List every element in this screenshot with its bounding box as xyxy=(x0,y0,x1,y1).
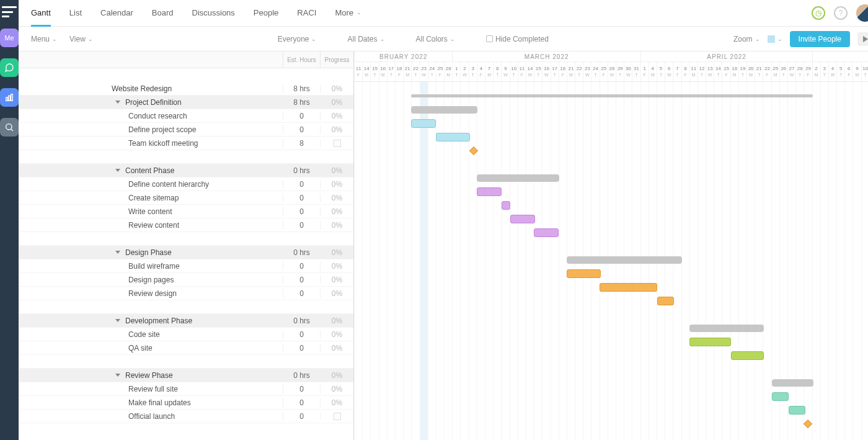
task-row[interactable]: Website Redesign8 hrs0% xyxy=(19,82,353,96)
tab-more[interactable]: More⌄ xyxy=(335,8,361,19)
me-button[interactable]: Me xyxy=(0,29,19,47)
task-row[interactable]: Official launch0 xyxy=(19,410,353,423)
search-icon[interactable] xyxy=(0,118,19,137)
tab-raci[interactable]: RACI xyxy=(297,8,316,19)
gantt-bar[interactable] xyxy=(567,269,601,278)
gantt-bar[interactable] xyxy=(567,256,682,264)
task-row[interactable]: Code site00% xyxy=(19,328,353,341)
gantt-bar[interactable] xyxy=(411,119,436,128)
task-progress: 0% xyxy=(320,262,353,271)
task-row[interactable]: Make final updates00% xyxy=(19,396,353,410)
task-row[interactable]: Define project scope00% xyxy=(19,123,353,137)
date-header: 21M xyxy=(567,62,575,81)
task-row[interactable]: Conduct research00% xyxy=(19,109,353,123)
caret-down-icon[interactable] xyxy=(115,169,120,172)
task-row[interactable]: Content Phase0 hrs0% xyxy=(19,164,353,177)
date-header: 18F xyxy=(559,62,567,81)
gantt-bar[interactable] xyxy=(502,201,510,210)
app-logo[interactable] xyxy=(2,6,17,17)
hide-completed-checkbox[interactable]: Hide Completed xyxy=(486,35,549,43)
task-progress: 0% xyxy=(320,371,353,380)
task-est: 0 xyxy=(283,194,320,202)
task-est: 0 xyxy=(283,112,320,120)
everyone-filter[interactable]: Everyone⌄ xyxy=(278,35,317,43)
task-progress xyxy=(320,413,353,420)
task-name-label: Make final updates xyxy=(128,398,191,407)
gantt-bar[interactable] xyxy=(689,338,731,346)
milestone-diamond[interactable] xyxy=(469,146,478,155)
task-row[interactable]: Design Phase0 hrs0% xyxy=(19,246,353,259)
dashboard-icon[interactable] xyxy=(0,88,19,107)
date-header: 22T xyxy=(575,62,583,81)
task-row[interactable]: Define content hierarchy00% xyxy=(19,177,353,191)
task-est: 0 xyxy=(283,180,320,189)
date-header: 11F xyxy=(354,62,362,81)
gantt-bar[interactable] xyxy=(731,351,764,360)
task-row[interactable]: QA site00% xyxy=(19,341,353,355)
colors-filter[interactable]: All Colors⌄ xyxy=(416,35,455,43)
tab-discussions[interactable]: Discussions xyxy=(192,8,235,19)
top-nav: Gantt List Calendar Board Discussions Pe… xyxy=(19,0,868,27)
milestone-diamond[interactable] xyxy=(804,420,812,428)
date-header: 7M xyxy=(485,62,493,81)
task-row[interactable]: Development Phase0 hrs0% xyxy=(19,314,353,328)
menu-dropdown[interactable]: Menu⌄ xyxy=(31,35,57,43)
gantt-bar[interactable] xyxy=(689,325,764,332)
task-row[interactable]: Review full site00% xyxy=(19,382,353,396)
clock-icon[interactable]: ◷ xyxy=(812,6,825,20)
tab-list[interactable]: List xyxy=(69,8,82,19)
task-est: 0 xyxy=(283,276,320,284)
task-progress: 0% xyxy=(320,330,353,339)
task-row[interactable]: Team kickoff meeting8 xyxy=(19,137,353,150)
invite-button[interactable]: Invite People xyxy=(790,31,850,47)
task-row[interactable]: Review content00% xyxy=(19,218,353,232)
dates-filter[interactable]: All Dates⌄ xyxy=(347,35,384,43)
date-header: 15T xyxy=(534,62,542,81)
gantt-bar[interactable] xyxy=(789,406,805,415)
tab-gantt[interactable]: Gantt xyxy=(31,8,51,19)
gantt-bar[interactable] xyxy=(772,392,789,401)
date-header: 16W xyxy=(379,62,387,81)
date-header: 30W xyxy=(624,62,632,81)
chat-icon[interactable] xyxy=(0,58,19,77)
caret-down-icon[interactable] xyxy=(115,251,120,254)
svg-rect-1 xyxy=(9,96,11,101)
task-name-label: Team kickoff meeting xyxy=(128,139,198,148)
gantt-bar[interactable] xyxy=(657,297,674,305)
gantt-chart[interactable]: BRUARY 2022MARCH 2022APRIL 2022 11F14M15… xyxy=(354,52,868,440)
gantt-bar[interactable] xyxy=(411,94,813,97)
help-icon[interactable]: ? xyxy=(834,6,848,20)
tab-people[interactable]: People xyxy=(254,8,278,19)
caret-down-icon[interactable] xyxy=(115,101,120,104)
task-row[interactable]: Review design00% xyxy=(19,287,353,300)
caret-down-icon[interactable] xyxy=(115,374,120,377)
gantt-bar[interactable] xyxy=(477,174,559,182)
task-row[interactable]: Build wireframe00% xyxy=(19,259,353,273)
task-row[interactable]: Write content00% xyxy=(19,205,353,218)
date-header: 8F xyxy=(681,62,689,81)
gantt-bar[interactable] xyxy=(411,106,477,114)
gantt-bar[interactable] xyxy=(600,283,657,292)
task-row[interactable]: Design pages00% xyxy=(19,273,353,287)
view-dropdown[interactable]: View⌄ xyxy=(69,35,93,43)
task-est: 0 xyxy=(283,207,320,216)
video-button[interactable] xyxy=(857,32,868,46)
task-name-label: Review design xyxy=(128,289,177,298)
tab-board[interactable]: Board xyxy=(152,8,174,19)
zoom-dropdown[interactable]: Zoom⌄ xyxy=(733,35,760,43)
task-row[interactable]: Review Phase0 hrs0% xyxy=(19,369,353,382)
tab-calendar[interactable]: Calendar xyxy=(100,8,133,19)
gantt-bar[interactable] xyxy=(772,379,813,387)
gantt-bar[interactable] xyxy=(534,228,559,237)
user-avatar[interactable] xyxy=(856,4,868,22)
zoom-label: Zoom xyxy=(733,35,753,43)
task-row[interactable]: Project Definition8 hrs0% xyxy=(19,96,353,109)
gantt-bar[interactable] xyxy=(477,187,502,196)
date-header: 18F xyxy=(395,62,403,81)
gantt-bar[interactable] xyxy=(436,133,470,141)
task-row[interactable]: Create sitemap00% xyxy=(19,191,353,205)
color-picker[interactable]: ⌄ xyxy=(768,35,782,43)
gantt-bar[interactable] xyxy=(510,215,535,223)
caret-down-icon[interactable] xyxy=(115,319,120,322)
color-swatch-icon xyxy=(768,35,775,43)
